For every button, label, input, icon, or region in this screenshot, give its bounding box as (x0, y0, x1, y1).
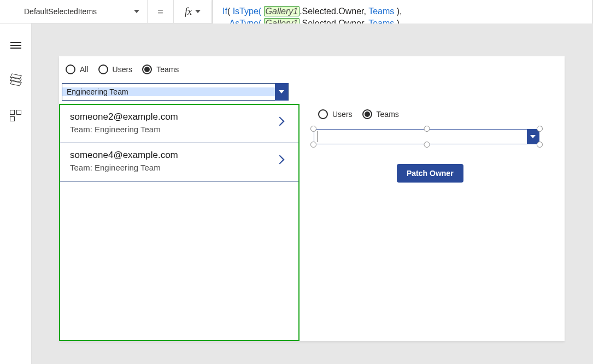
radio-icon (98, 64, 108, 74)
team-combobox-value: Engineering Team (62, 87, 275, 96)
equals-label: = (148, 0, 174, 23)
chevron-down-icon (195, 10, 201, 13)
radio-icon (362, 109, 372, 119)
property-selector[interactable]: DefaultSelectedItems (0, 0, 148, 23)
resize-handle[interactable] (537, 142, 543, 148)
fx-icon: fx (185, 6, 192, 17)
components-icon[interactable] (9, 109, 22, 122)
owner-combobox-body[interactable] (314, 130, 527, 144)
gallery-item-subtitle: Team: Engineering Team (70, 163, 289, 172)
resize-handle[interactable] (310, 142, 316, 148)
radio-icon (318, 109, 328, 119)
radio-icon (66, 64, 75, 74)
resize-handle[interactable] (310, 126, 316, 132)
selected-combobox-control[interactable] (310, 126, 543, 148)
radio-users-right[interactable]: Users (318, 109, 353, 119)
left-filter-radio-group: All Users Teams (66, 64, 179, 74)
chevron-down-icon (134, 10, 139, 13)
resize-handle[interactable] (537, 126, 543, 132)
gallery: someone2@example.com Team: Engineering T… (59, 104, 300, 341)
combobox-dropdown-button[interactable] (527, 130, 539, 144)
right-filter-radio-group: Users Teams (318, 109, 399, 119)
text-caret (318, 131, 318, 142)
gallery-item-title: someone4@example.com (70, 150, 289, 161)
radio-all[interactable]: All (66, 64, 89, 74)
team-combobox[interactable]: Engineering Team (62, 83, 289, 101)
hamburger-icon[interactable] (9, 39, 22, 52)
gallery-item-title: someone2@example.com (70, 111, 289, 122)
combobox-dropdown-button[interactable] (275, 83, 288, 101)
radio-users[interactable]: Users (98, 64, 133, 74)
radio-icon (142, 64, 152, 74)
chevron-down-icon (530, 135, 536, 138)
fx-button[interactable]: fx (174, 0, 212, 23)
resize-handle[interactable] (424, 126, 430, 132)
radio-teams-right[interactable]: Teams (362, 109, 399, 119)
gallery-item[interactable]: someone2@example.com Team: Engineering T… (60, 105, 298, 143)
left-rail (0, 24, 32, 364)
resize-handle[interactable] (424, 142, 430, 148)
gallery-item-subtitle: Team: Engineering Team (70, 125, 289, 134)
patch-owner-button[interactable]: Patch Owner (397, 164, 463, 183)
radio-teams[interactable]: Teams (142, 64, 179, 74)
chevron-down-icon (279, 90, 284, 93)
gallery-item[interactable]: someone4@example.com Team: Engineering T… (60, 143, 298, 181)
property-selector-value: DefaultSelectedItems (24, 7, 97, 16)
tree-view-icon[interactable] (9, 74, 22, 87)
